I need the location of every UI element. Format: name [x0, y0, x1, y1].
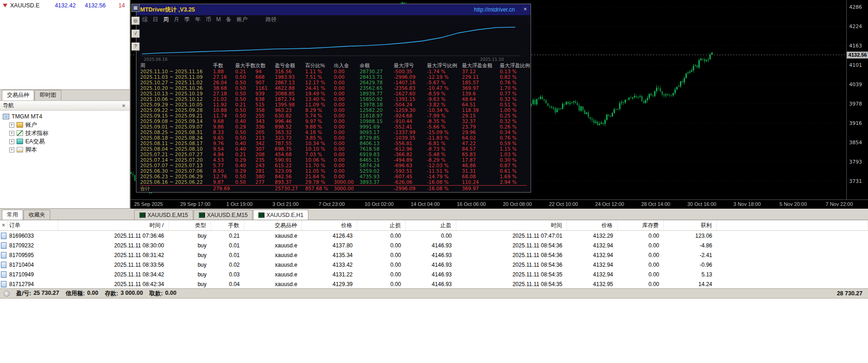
stats-cell: 21.64 % — [305, 174, 334, 179]
stats-total-cell: 857.68 % — [305, 186, 334, 192]
terminal-column-header[interactable]: 时间 / — [58, 220, 169, 230]
stats-cell: -12.03 % — [427, 163, 462, 168]
stats-menu-item[interactable]: 周 — [163, 16, 169, 23]
withdraw-label: 取款: — [149, 290, 163, 298]
stats-cell: 5259.02 — [360, 168, 394, 174]
stats-cell: 281 — [255, 168, 275, 174]
navigator-root-item[interactable]: TMGM MT4 — [3, 112, 130, 121]
navigator-tab-1[interactable]: 收藏夹 — [24, 210, 50, 220]
market-watch-symbol-row[interactable]: XAUUSD.E 4132.42 4132.56 14 — [0, 0, 130, 11]
stats-cell: 0.51 % — [500, 102, 528, 107]
stats-panel-link[interactable]: http://mtdriver.cn — [474, 6, 515, 13]
sidebar-item-4[interactable]: +脚本 — [3, 146, 130, 154]
order-row[interactable]: 817127942025.11.11 08:42:34buy0.04xauusd… — [0, 279, 868, 289]
stats-cell: 229.11 — [462, 74, 500, 80]
stats-cell: 0.00 — [334, 80, 360, 85]
stats-cell: 10.06 % — [305, 157, 334, 163]
order-row[interactable]: 816960332025.11.11 07:36:46buy0.21xauusd… — [0, 231, 868, 240]
terminal-column-header[interactable]: 手数 — [211, 220, 244, 230]
stats-menu-item[interactable]: 综 — [142, 16, 148, 23]
stats-cell: -1407.16 — [394, 80, 427, 85]
stats-cell: 2867.13 — [275, 80, 305, 85]
expand-icon[interactable]: + — [9, 147, 14, 152]
sidebar-item-3[interactable]: +EA交易 — [3, 137, 130, 146]
stats-menu-item-path[interactable]: 路径 — [266, 16, 277, 23]
stats-cell: 10988.15 — [360, 118, 394, 124]
terminal-column-header[interactable]: 库存费 — [618, 220, 664, 230]
chart-tool-button-target-icon[interactable]: ◎ — [131, 17, 140, 25]
order-cell: -2.41 — [664, 252, 717, 258]
time-axis[interactable]: 25 Sep 202529 Sep 17:001 Oct 19:003 Oct … — [130, 199, 868, 209]
stats-menu-item[interactable]: 账户 — [236, 16, 248, 23]
stats-cell: -556.81 — [394, 141, 427, 146]
chart-window[interactable]: ▦◎√? 42864224416341014039397839163854379… — [130, 0, 868, 208]
stats-cell: 0.00 — [334, 174, 360, 179]
stats-panel-close-button[interactable]: × — [523, 6, 527, 12]
price-axis[interactable]: 4286422441634101403939783916385437933731… — [846, 0, 868, 199]
terminal-column-header[interactable]: 价格 — [567, 220, 618, 230]
stats-panel-titlebar[interactable]: MTDriver统计 ,V3.25 http://mtdriver.cn × — [136, 4, 531, 15]
stats-cell: 13978.18 — [360, 102, 394, 107]
order-icon — [1, 252, 6, 258]
stats-total-cell: 3000.00 — [334, 186, 360, 192]
stats-cell: 9991.69 — [360, 124, 394, 129]
stats-column-header: 周 — [140, 62, 213, 69]
terminal-column-header[interactable]: 订单 — [7, 220, 58, 230]
market-watch-tab-0[interactable]: 交易品种 — [2, 90, 34, 100]
order-cell: 0.00 — [357, 252, 406, 258]
market-watch-tab-label: 交易品种 — [7, 91, 29, 99]
market-watch-tab-1[interactable]: 即时图 — [35, 90, 61, 100]
stats-cell: 0.87 % — [500, 163, 528, 168]
terminal-close-button[interactable]: × — [0, 220, 7, 230]
stats-cell: 0.40 — [235, 163, 255, 168]
order-cell: 0.01 — [211, 252, 244, 258]
stats-column-header: 百分比% — [305, 62, 334, 69]
stats-cell: 0.00 — [334, 74, 360, 80]
order-row[interactable]: 817092322025.11.11 08:30:00buy0.01xauusd… — [0, 240, 868, 250]
order-cell: 0.00 — [618, 252, 664, 258]
terminal-column-header[interactable]: 止盈 — [406, 220, 456, 230]
sidebar-item-2[interactable]: +技术指标 — [3, 129, 130, 137]
chart-tool-button-help-icon[interactable]: ? — [131, 42, 140, 51]
stats-cell: -552.41 — [394, 124, 427, 129]
terminal-column-header[interactable]: 类型 — [169, 220, 211, 230]
chart-tool-button-check-icon[interactable]: √ — [131, 29, 140, 38]
stats-cell: 26429.78 — [360, 80, 394, 85]
terminal-column-header[interactable]: 时间 — [456, 220, 567, 230]
navigator-close-button[interactable]: × — [120, 102, 127, 109]
price-label: 4163 — [849, 43, 862, 49]
chart-tool-button-chart-box-icon[interactable]: ▦ — [131, 4, 140, 12]
chart-tab-1[interactable]: XAUUSD.E,M15 — [194, 210, 253, 220]
stats-total-cell: 合计 — [140, 186, 213, 192]
terminal-column-header[interactable]: 获利 — [664, 220, 717, 230]
stats-cell: 0.34 % — [500, 129, 528, 135]
time-label: 10 Oct 02:00 — [365, 201, 394, 207]
navigator-tab-0[interactable]: 常用 — [2, 210, 23, 220]
terminal-column-header[interactable]: 价格 — [302, 220, 357, 230]
order-cell: xauusd.e — [244, 271, 302, 278]
stats-cell: -592.51 — [394, 168, 427, 174]
expand-icon[interactable]: + — [9, 123, 14, 128]
stats-cell: 0.50 — [235, 85, 255, 91]
spread-value: 14 — [108, 2, 130, 9]
expand-icon[interactable]: + — [9, 139, 14, 144]
sidebar-item-1[interactable]: +账户 — [3, 121, 130, 129]
stats-menu-item[interactable]: 月 — [174, 16, 179, 23]
order-row[interactable]: 817104042025.11.11 08:33:56buy0.02xauusd… — [0, 260, 868, 269]
stats-menu-item[interactable]: 币 — [206, 16, 211, 23]
stats-menu-item[interactable]: 备 — [226, 16, 231, 23]
stats-menu-item[interactable]: 年 — [195, 16, 201, 23]
terminal-column-header[interactable]: 交易品种 — [244, 220, 302, 230]
stats-menu-item[interactable]: 日 — [153, 16, 158, 23]
market-watch-tab-label: 即时图 — [40, 91, 56, 99]
chart-tab-0[interactable]: XAUUSD.E,M15 — [134, 210, 193, 220]
order-row[interactable]: 817095952025.11.11 08:31:42buy0.01xauusd… — [0, 250, 868, 260]
chart-tab-2[interactable]: XAUUSD.E,H1 — [253, 210, 308, 220]
expand-icon[interactable]: + — [9, 131, 14, 136]
stats-cell: 523.09 — [275, 168, 305, 174]
stats-cell: 0.13 % — [500, 69, 528, 74]
stats-menu-item[interactable]: 季 — [184, 16, 190, 23]
order-row[interactable]: 817109492025.11.11 08:34:42buy0.03xauusd… — [0, 269, 868, 279]
terminal-column-header[interactable]: 止损 — [357, 220, 406, 230]
stats-menu-item[interactable]: M — [216, 16, 221, 23]
